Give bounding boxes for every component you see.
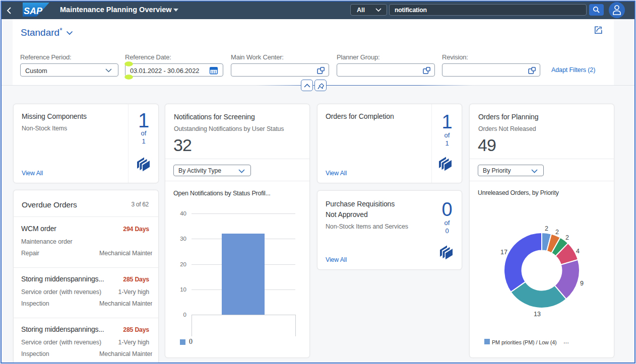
svg-text:SAP: SAP	[24, 6, 43, 16]
